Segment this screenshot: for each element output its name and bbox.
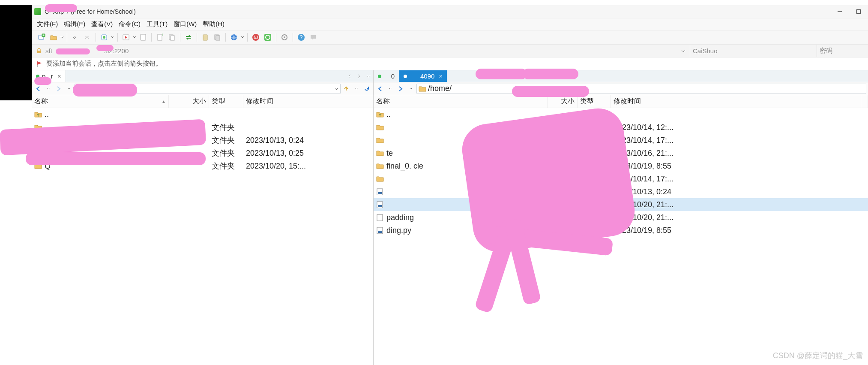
col-size[interactable]: 大小 bbox=[548, 95, 578, 108]
local-file-list[interactable]: ..文件夹文件夹2023/10/13, 0:24文件夹2023/10/13, 0… bbox=[32, 108, 373, 365]
status-dot-icon bbox=[36, 75, 39, 78]
new-session-icon[interactable]: + bbox=[36, 32, 47, 43]
col-attr[interactable] bbox=[861, 95, 868, 108]
session-props-icon[interactable] bbox=[99, 32, 110, 43]
file-row[interactable]: 15KBPY 文件2023/10/20, 21:... bbox=[374, 198, 868, 211]
address-book-icon[interactable] bbox=[138, 32, 149, 43]
file-row[interactable]: 文件夹2023/10/13, 0:25 bbox=[32, 147, 373, 160]
file-name-cell bbox=[32, 150, 169, 157]
address-host-field[interactable]: sft xxxxxxxxxxxxxxxx .82:2200 bbox=[45, 47, 690, 54]
address-host-dropdown[interactable] bbox=[679, 49, 687, 53]
disconnect-icon[interactable] bbox=[82, 32, 93, 43]
tab-scroll-left[interactable] bbox=[345, 70, 354, 82]
sync-icon[interactable] bbox=[183, 32, 194, 43]
file-row[interactable]: 文件夹2023/10/13, 0:24 bbox=[32, 134, 373, 147]
globe-dropdown[interactable] bbox=[240, 36, 245, 39]
reconnect-icon[interactable] bbox=[70, 32, 81, 43]
window-maximize-button[interactable] bbox=[849, 5, 868, 18]
file-row[interactable]: 文件夹 bbox=[32, 121, 373, 134]
help-icon[interactable]: ? bbox=[296, 32, 307, 43]
col-size[interactable]: 大小 bbox=[169, 95, 209, 108]
file-modified-cell: 2023/10/19, 8:55 bbox=[611, 226, 868, 235]
toolbar: + + Ѡ bbox=[32, 30, 868, 45]
file-modified-cell: 2023/10/14, 17:... bbox=[611, 175, 868, 184]
col-modified[interactable]: 修改时间 bbox=[243, 95, 373, 108]
remote-path-text: /home/ bbox=[428, 84, 452, 93]
file-size-cell: 403 B... bbox=[548, 187, 578, 196]
file-row[interactable]: te文件夹2023/10/16, 21:... bbox=[374, 147, 868, 160]
nav-back-dropdown[interactable] bbox=[386, 84, 395, 94]
file-row[interactable]: 文件夹2023/10/14, 17:... bbox=[374, 134, 868, 147]
copy-icon[interactable] bbox=[166, 32, 177, 43]
file-row[interactable]: padding97 Byt...文件2023/10/20, 21:... bbox=[374, 211, 868, 224]
file-row[interactable]: .. bbox=[374, 108, 868, 121]
remote-tab-row: 0 4090 × bbox=[374, 70, 868, 82]
menu-file[interactable]: 文件(F) bbox=[37, 20, 58, 28]
file-row[interactable]: 文件夹2023/10/14, 12:... bbox=[374, 121, 868, 134]
remote-tab-1[interactable]: 0 bbox=[374, 70, 399, 82]
address-password-field[interactable]: 密码 bbox=[817, 45, 868, 57]
remote-header: 名称 大小 类型 修改时间 bbox=[374, 95, 868, 108]
new-file-icon[interactable]: + bbox=[154, 32, 165, 43]
remote-path-field[interactable]: /home/ bbox=[416, 84, 866, 94]
col-type[interactable]: 类型 bbox=[209, 95, 243, 108]
nav-back-dropdown[interactable] bbox=[44, 84, 53, 94]
open-session-dropdown[interactable] bbox=[60, 36, 64, 39]
col-type[interactable]: 类型 bbox=[578, 95, 611, 108]
nav-back-button[interactable] bbox=[375, 84, 385, 94]
ws-icon[interactable]: Ѡ bbox=[250, 32, 261, 43]
tab-list-dropdown[interactable] bbox=[364, 70, 373, 82]
col-modified[interactable]: 修改时间 bbox=[611, 95, 861, 108]
remote-file-list[interactable]: ..文件夹2023/10/14, 12:...文件夹2023/10/14, 17… bbox=[374, 108, 868, 365]
play-icon[interactable] bbox=[120, 32, 132, 43]
file-modified-cell: 2023/10/14, 12:... bbox=[611, 123, 868, 132]
file-row[interactable]: final_0. cle文件夹2023/10/19, 8:55 bbox=[374, 160, 868, 172]
nav-forward-button[interactable] bbox=[396, 84, 405, 94]
address-url-prefix: sft bbox=[45, 47, 52, 54]
globe-icon[interactable] bbox=[228, 32, 239, 43]
menu-command[interactable]: 命令(C) bbox=[119, 20, 141, 28]
file-type-cell: 文件夹 bbox=[578, 135, 611, 145]
col-name[interactable]: 名称 bbox=[374, 95, 548, 108]
settings-gear-icon[interactable] bbox=[279, 32, 290, 43]
menu-edit[interactable]: 编辑(E) bbox=[64, 20, 85, 28]
nav-back-button[interactable] bbox=[33, 84, 43, 94]
menu-view[interactable]: 查看(V) bbox=[91, 20, 113, 28]
file-row[interactable]: ding.py15KBPY 文件2023/10/19, 8:55 bbox=[374, 224, 868, 237]
file-row[interactable]: Q文件夹2023/10/20, 15:... bbox=[32, 160, 373, 172]
paste-icon[interactable] bbox=[200, 32, 211, 43]
col-name[interactable]: 名称▲ bbox=[32, 95, 169, 108]
chat-icon[interactable] bbox=[308, 32, 319, 43]
open-session-icon[interactable] bbox=[48, 32, 59, 43]
stack-icon[interactable] bbox=[212, 32, 223, 43]
menu-help[interactable]: 帮助(H) bbox=[203, 20, 224, 28]
nav-forward-dropdown[interactable] bbox=[406, 84, 416, 94]
nav-up-button[interactable] bbox=[341, 84, 351, 94]
refresh-button[interactable] bbox=[362, 84, 371, 94]
file-modified-cell: 2023/10/20, 15:... bbox=[243, 162, 373, 171]
local-tab[interactable]: p r × bbox=[32, 70, 66, 82]
file-row[interactable]: 文件夹2023/10/14, 17:... bbox=[374, 172, 868, 185]
close-icon[interactable]: × bbox=[57, 72, 61, 80]
session-props-dropdown[interactable] bbox=[111, 36, 115, 39]
nav-forward-button[interactable] bbox=[54, 84, 63, 94]
play-dropdown[interactable] bbox=[132, 36, 137, 39]
path-dropdown-icon[interactable] bbox=[332, 87, 340, 91]
file-row[interactable]: .. bbox=[32, 108, 373, 121]
nav-up-dropdown[interactable] bbox=[352, 84, 361, 94]
window-minimize-button[interactable] bbox=[830, 5, 849, 18]
wo-icon[interactable] bbox=[262, 32, 273, 43]
menu-window[interactable]: 窗口(W) bbox=[174, 20, 197, 28]
file-type-cell: PY 文件 bbox=[578, 187, 611, 197]
tab-scroll-right[interactable] bbox=[354, 70, 364, 82]
file-row[interactable]: 403 B...PY 文件2023/10/13, 0:24 bbox=[374, 185, 868, 198]
svg-text:Ѡ: Ѡ bbox=[254, 35, 258, 40]
local-path-field[interactable]: I:\ bbox=[75, 84, 341, 94]
remote-path-nav: /home/ bbox=[374, 82, 868, 95]
menu-tools[interactable]: 工具(T) bbox=[147, 20, 168, 28]
remote-tab-1-label: 0 bbox=[384, 72, 395, 80]
address-username-field[interactable]: CaiShuo bbox=[690, 45, 817, 57]
close-icon[interactable]: × bbox=[439, 72, 443, 80]
remote-tab-2[interactable]: 4090 × bbox=[399, 70, 447, 82]
nav-forward-dropdown[interactable] bbox=[64, 84, 74, 94]
